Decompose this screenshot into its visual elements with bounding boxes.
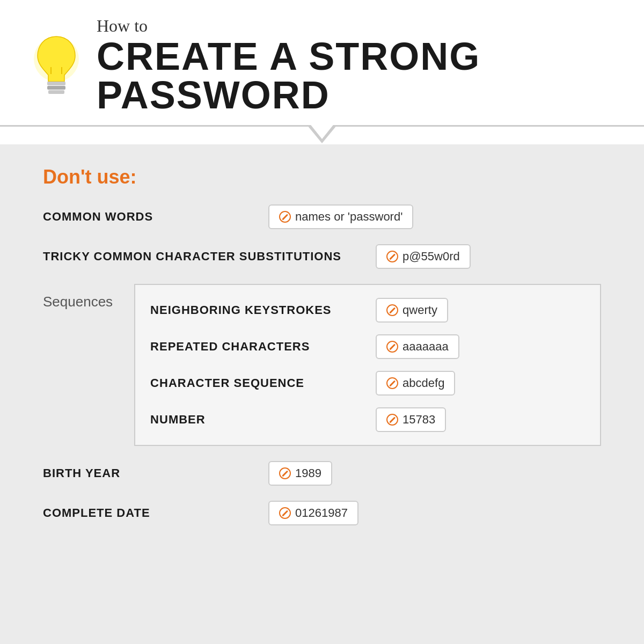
no-icon-birth-year	[279, 467, 291, 479]
neighboring-keystrokes-badge: qwerty	[376, 298, 448, 323]
svg-rect-4	[47, 86, 65, 90]
tricky-substitutions-row: TRICKY COMMON CHARACTER SUBSTITUTIONS p@…	[43, 244, 601, 269]
sequences-section: Sequences NEIGHBORING KEYSTROKES qwerty …	[43, 284, 601, 446]
complete-date-example: 01261987	[295, 506, 348, 520]
character-sequence-label: CHARACTER SEQUENCE	[150, 376, 376, 390]
svg-rect-3	[47, 82, 65, 85]
chevron-down-icon	[307, 125, 337, 143]
header-text: How to CREATE A STRONG PASSWORD	[97, 16, 612, 114]
sequences-box: NEIGHBORING KEYSTROKES qwerty REPEATED C…	[134, 284, 601, 446]
complete-date-badge: 01261987	[268, 501, 358, 525]
common-words-label: COMMON WORDS	[43, 210, 268, 224]
divider	[0, 125, 644, 144]
number-row: NUMBER 15783	[150, 407, 585, 432]
common-words-example: names or 'password'	[295, 210, 402, 224]
sequences-label: Sequences	[43, 284, 113, 310]
complete-date-row: COMPLETE DATE 01261987	[43, 501, 601, 525]
main-title: CREATE A STRONG PASSWORD	[97, 37, 612, 114]
no-icon-complete-date	[279, 507, 291, 519]
number-badge: 15783	[376, 407, 446, 432]
no-icon-char-seq	[386, 377, 398, 389]
how-to-label: How to	[97, 16, 612, 36]
birth-year-label: BIRTH YEAR	[43, 466, 268, 480]
tricky-substitutions-badge: p@55w0rd	[376, 244, 471, 269]
common-words-row: COMMON WORDS names or 'password'	[43, 204, 601, 229]
neighboring-keystrokes-example: qwerty	[402, 303, 437, 317]
neighboring-keystrokes-label: NEIGHBORING KEYSTROKES	[150, 303, 376, 317]
common-words-badge: names or 'password'	[268, 204, 413, 229]
svg-rect-5	[48, 90, 64, 94]
birth-year-badge: 1989	[268, 461, 332, 486]
no-icon-common-words	[279, 211, 291, 223]
lightbulb-icon	[32, 32, 80, 99]
character-sequence-badge: abcdefg	[376, 371, 455, 396]
main-content: Don't use: COMMON WORDS names or 'passwo…	[0, 144, 644, 644]
complete-date-label: COMPLETE DATE	[43, 506, 268, 520]
repeated-characters-badge: aaaaaaa	[376, 334, 459, 359]
neighboring-keystrokes-row: NEIGHBORING KEYSTROKES qwerty	[150, 298, 585, 323]
tricky-substitutions-label: TRICKY COMMON CHARACTER SUBSTITUTIONS	[43, 250, 376, 264]
birth-year-row: BIRTH YEAR 1989	[43, 461, 601, 486]
number-example: 15783	[402, 413, 435, 427]
repeated-characters-label: REPEATED CHARACTERS	[150, 340, 376, 354]
number-label: NUMBER	[150, 413, 376, 427]
character-sequence-example: abcdefg	[402, 376, 444, 390]
no-icon-neighboring	[386, 304, 398, 316]
repeated-characters-row: REPEATED CHARACTERS aaaaaaa	[150, 334, 585, 359]
dont-use-label: Don't use:	[43, 166, 601, 188]
tricky-substitutions-example: p@55w0rd	[402, 250, 460, 264]
no-icon-number	[386, 414, 398, 426]
repeated-characters-example: aaaaaaa	[402, 340, 449, 354]
no-icon-tricky	[386, 251, 398, 262]
header: How to CREATE A STRONG PASSWORD	[0, 0, 644, 125]
birth-year-example: 1989	[295, 466, 321, 480]
no-icon-repeated	[386, 341, 398, 353]
character-sequence-row: CHARACTER SEQUENCE abcdefg	[150, 371, 585, 396]
